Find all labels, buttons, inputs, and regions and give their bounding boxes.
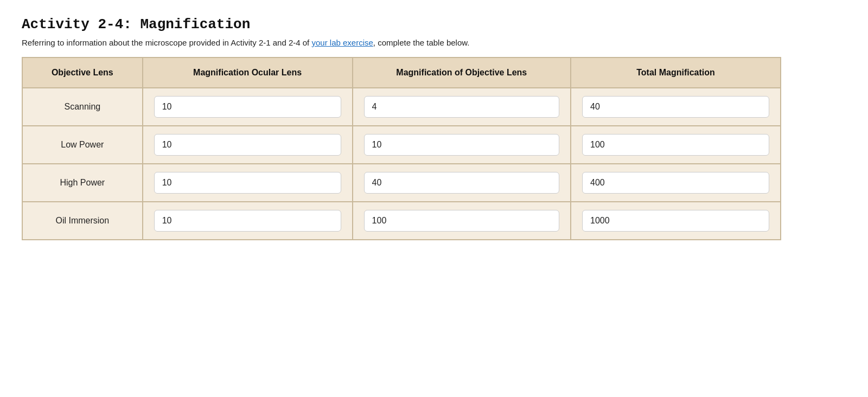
table-row: Low Power xyxy=(22,126,781,164)
lens-label-low-power: Low Power xyxy=(22,126,143,164)
input-highpower-ocular[interactable] xyxy=(154,172,341,194)
cell-highpower-total xyxy=(571,164,781,202)
magnification-table: Objective Lens Magnification Ocular Lens… xyxy=(22,57,781,240)
lens-label-high-power: High Power xyxy=(22,164,143,202)
lens-label-scanning: Scanning xyxy=(22,88,143,126)
cell-oil-total xyxy=(571,202,781,240)
header-total-magnification: Total Magnification xyxy=(571,57,781,88)
header-objective-lens: Objective Lens xyxy=(22,57,143,88)
page-title: Activity 2-4: Magnification xyxy=(22,16,846,33)
cell-lowpower-ocular xyxy=(143,126,353,164)
cell-scanning-objective xyxy=(353,88,571,126)
input-lowpower-ocular[interactable] xyxy=(154,134,341,156)
input-scanning-objective[interactable] xyxy=(364,96,559,118)
cell-lowpower-objective xyxy=(353,126,571,164)
cell-highpower-objective xyxy=(353,164,571,202)
lab-exercise-link[interactable]: your lab exercise xyxy=(311,38,373,47)
input-oil-total[interactable] xyxy=(582,210,769,232)
cell-lowpower-total xyxy=(571,126,781,164)
input-oil-ocular[interactable] xyxy=(154,210,341,232)
input-oil-objective[interactable] xyxy=(364,210,559,232)
cell-highpower-ocular xyxy=(143,164,353,202)
header-objective-magnification: Magnification of Objective Lens xyxy=(353,57,571,88)
input-lowpower-total[interactable] xyxy=(582,134,769,156)
input-scanning-ocular[interactable] xyxy=(154,96,341,118)
input-scanning-total[interactable] xyxy=(582,96,769,118)
lens-label-oil-immersion: Oil Immersion xyxy=(22,202,143,240)
cell-oil-objective xyxy=(353,202,571,240)
input-highpower-total[interactable] xyxy=(582,172,769,194)
cell-scanning-ocular xyxy=(143,88,353,126)
table-row: High Power xyxy=(22,164,781,202)
table-row: Scanning xyxy=(22,88,781,126)
table-row: Oil Immersion xyxy=(22,202,781,240)
table-header-row: Objective Lens Magnification Ocular Lens… xyxy=(22,57,781,88)
input-lowpower-objective[interactable] xyxy=(364,134,559,156)
input-highpower-objective[interactable] xyxy=(364,172,559,194)
description-before-link: Referring to information about the micro… xyxy=(22,38,311,47)
page-description: Referring to information about the micro… xyxy=(22,38,846,47)
description-after-link: , complete the table below. xyxy=(373,38,470,47)
cell-oil-ocular xyxy=(143,202,353,240)
header-ocular-lens: Magnification Ocular Lens xyxy=(143,57,353,88)
cell-scanning-total xyxy=(571,88,781,126)
